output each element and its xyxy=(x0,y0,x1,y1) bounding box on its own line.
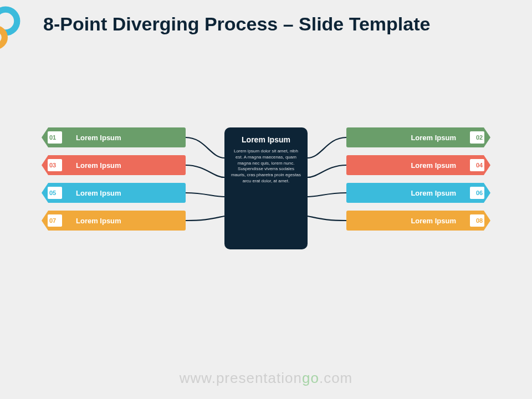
item-03-tab: 03 xyxy=(42,155,64,175)
item-07-label: Lorem Ipsum xyxy=(64,211,186,231)
item-01: 01Lorem Ipsum xyxy=(42,127,186,147)
item-08-tab: 08 xyxy=(468,211,490,231)
item-04: 04Lorem Ipsum xyxy=(346,155,490,175)
item-03-number: 03 xyxy=(49,162,56,168)
item-01-label: Lorem Ipsum xyxy=(64,127,186,147)
item-07: 07Lorem Ipsum xyxy=(42,211,186,231)
item-08-label: Lorem Ipsum xyxy=(346,211,468,231)
item-05: 05Lorem Ipsum xyxy=(42,183,186,203)
item-06-tab: 06 xyxy=(468,183,490,203)
item-06-number: 06 xyxy=(476,190,483,196)
item-06-label: Lorem Ipsum xyxy=(346,183,468,203)
item-06: 06Lorem Ipsum xyxy=(346,183,490,203)
item-01-number: 01 xyxy=(49,134,56,141)
footer-url: www.presentationgo.com xyxy=(0,370,532,387)
item-07-number: 07 xyxy=(49,217,56,224)
item-04-label: Lorem Ipsum xyxy=(346,155,468,175)
item-07-tab: 07 xyxy=(42,211,64,231)
item-04-tab: 04 xyxy=(468,155,490,175)
item-05-tab: 05 xyxy=(42,183,64,203)
slide-title: 8-Point Diverging Process – Slide Templa… xyxy=(43,13,430,35)
item-08-number: 08 xyxy=(476,217,483,224)
logo-icon xyxy=(0,6,28,50)
item-02-tab: 02 xyxy=(468,127,490,147)
item-03-label: Lorem Ipsum xyxy=(64,155,186,175)
item-02: 02Lorem Ipsum xyxy=(346,127,490,147)
item-02-number: 02 xyxy=(476,134,483,141)
center-box: Lorem Ipsum Lorem ipsum dolor sit amet, … xyxy=(224,127,308,249)
item-04-number: 04 xyxy=(476,162,483,168)
item-05-number: 05 xyxy=(49,190,56,196)
center-title: Lorem Ipsum xyxy=(231,135,301,144)
item-02-label: Lorem Ipsum xyxy=(346,127,468,147)
item-08: 08Lorem Ipsum xyxy=(346,211,490,231)
center-desc: Lorem ipsum dolor sit amet, nibh est. A … xyxy=(231,149,301,185)
item-03: 03Lorem Ipsum xyxy=(42,155,186,175)
item-05-label: Lorem Ipsum xyxy=(64,183,186,203)
diagram: Lorem Ipsum Lorem ipsum dolor sit amet, … xyxy=(0,127,532,272)
item-01-tab: 01 xyxy=(42,127,64,147)
